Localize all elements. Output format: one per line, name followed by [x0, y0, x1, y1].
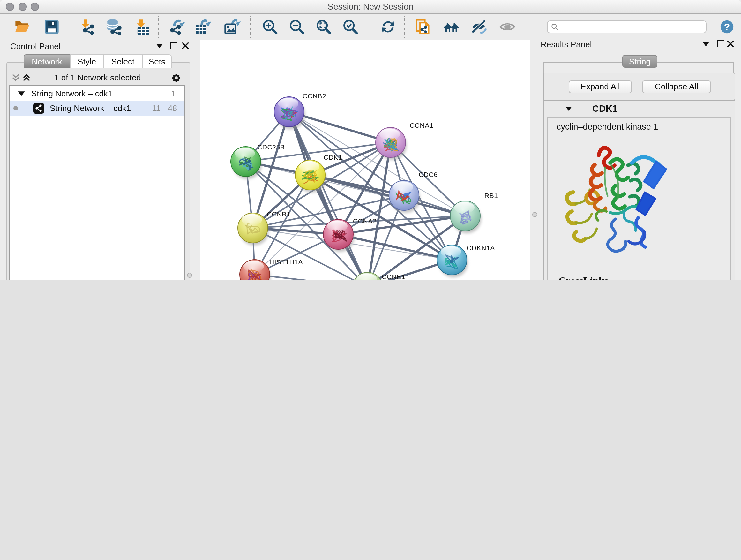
- svg-text:?: ?: [724, 21, 730, 32]
- svg-text:CDC25B: CDC25B: [257, 143, 285, 151]
- svg-text:CCNA2: CCNA2: [353, 217, 377, 225]
- svg-text:RB1: RB1: [484, 192, 498, 199]
- svg-text:CCNB1: CCNB1: [267, 210, 290, 218]
- svg-text:CDK1: CDK1: [324, 153, 342, 161]
- svg-text:CCNB2: CCNB2: [302, 92, 326, 100]
- svg-text:HIST1H1A: HIST1H1A: [269, 258, 303, 266]
- svg-text:CCNA1: CCNA1: [410, 122, 433, 129]
- svg-text:CDKN1A: CDKN1A: [467, 244, 495, 252]
- svg-text:CCNE1: CCNE1: [382, 273, 405, 280]
- svg-text:CDC6: CDC6: [419, 171, 438, 178]
